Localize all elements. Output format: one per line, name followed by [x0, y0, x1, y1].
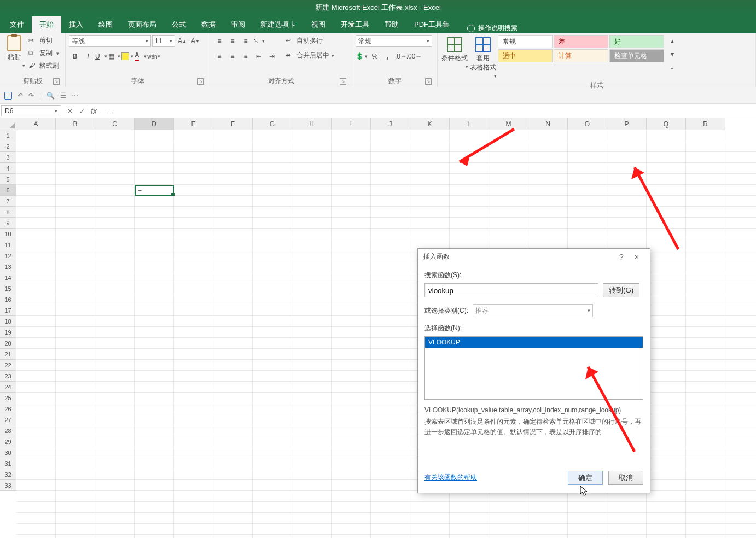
- row-header-17[interactable]: 17: [0, 305, 16, 316]
- row-header-9[interactable]: 9: [0, 218, 16, 229]
- col-header-F[interactable]: F: [213, 118, 253, 130]
- row-header-4[interactable]: 4: [0, 163, 16, 174]
- merge-center-button[interactable]: ⬌合并后居中▾: [283, 50, 336, 61]
- undo-button[interactable]: ↶: [18, 92, 23, 100]
- cancel-formula-icon[interactable]: ✕: [67, 107, 73, 115]
- row-header-2[interactable]: 2: [0, 141, 16, 152]
- tab-developer[interactable]: 开发工具: [333, 16, 377, 33]
- conditional-formatting-button[interactable]: 条件格式▾: [441, 35, 468, 69]
- row-header-19[interactable]: 19: [0, 327, 16, 338]
- increase-decimal-button[interactable]: .0→: [395, 50, 407, 62]
- row-header-16[interactable]: 16: [0, 294, 16, 305]
- tab-view[interactable]: 视图: [304, 16, 333, 33]
- row-header-11[interactable]: 11: [0, 239, 16, 250]
- col-header-B[interactable]: B: [56, 118, 95, 130]
- col-header-R[interactable]: R: [686, 118, 725, 130]
- cell-style-bad[interactable]: 差: [554, 35, 608, 48]
- row-header-13[interactable]: 13: [0, 261, 16, 272]
- align-right-button[interactable]: ≡: [240, 50, 252, 62]
- bold-button[interactable]: B: [69, 50, 81, 62]
- cancel-button[interactable]: 取消: [608, 471, 643, 485]
- touch-mode-icon[interactable]: ☰: [60, 92, 66, 100]
- styles-scroll-up[interactable]: ▴: [666, 35, 678, 47]
- grow-font-button[interactable]: A▲: [176, 35, 188, 47]
- tab-page-layout[interactable]: 页面布局: [120, 16, 164, 33]
- row-header-27[interactable]: 27: [0, 414, 16, 425]
- align-left-button[interactable]: ≡: [213, 50, 225, 62]
- tab-draw[interactable]: 绘图: [91, 16, 120, 33]
- dialog-title-bar[interactable]: 插入函数 ? ×: [418, 249, 650, 265]
- row-header-23[interactable]: 23: [0, 371, 16, 382]
- align-top-button[interactable]: ≡: [213, 35, 225, 47]
- col-header-D[interactable]: D: [135, 118, 174, 130]
- col-header-G[interactable]: G: [253, 118, 292, 130]
- cell-style-neutral[interactable]: 适中: [498, 49, 553, 62]
- tab-formulas[interactable]: 公式: [164, 16, 194, 33]
- row-header-28[interactable]: 28: [0, 425, 16, 436]
- font-size-combo[interactable]: 11▾: [152, 35, 175, 47]
- orientation-button[interactable]: ⭦▾: [253, 35, 265, 47]
- copy-button[interactable]: ⧉复制▾: [26, 48, 61, 59]
- list-item-vlookup[interactable]: VLOOKUP: [425, 337, 643, 348]
- row-header-7[interactable]: 7: [0, 196, 16, 207]
- row-header-10[interactable]: 10: [0, 229, 16, 239]
- col-header-O[interactable]: O: [568, 118, 607, 130]
- fill-color-button[interactable]: ▾: [121, 50, 133, 62]
- paste-button[interactable]: 粘贴 ▾: [3, 35, 25, 68]
- border-button[interactable]: ▦▾: [108, 50, 120, 62]
- ok-button[interactable]: 确定: [568, 471, 603, 485]
- tell-me-search[interactable]: 操作说明搜索: [467, 24, 517, 33]
- row-header-3[interactable]: 3: [0, 152, 16, 163]
- font-name-combo[interactable]: 等线▾: [69, 35, 151, 47]
- col-header-E[interactable]: E: [174, 118, 213, 130]
- col-header-C[interactable]: C: [95, 118, 135, 130]
- category-select[interactable]: 推荐▾: [473, 304, 593, 317]
- row-header-12[interactable]: 12: [0, 250, 16, 261]
- cut-button[interactable]: ✂剪切: [26, 35, 61, 46]
- col-header-A[interactable]: A: [16, 118, 56, 130]
- dialog-help-icon[interactable]: ?: [614, 253, 629, 261]
- row-header-8[interactable]: 8: [0, 207, 16, 218]
- percent-button[interactable]: %: [369, 50, 381, 62]
- styles-more[interactable]: ⌄: [666, 61, 678, 73]
- function-listbox[interactable]: VLOOKUP: [424, 336, 643, 400]
- number-format-combo[interactable]: 常规▾: [356, 35, 432, 47]
- row-header-18[interactable]: 18: [0, 316, 16, 327]
- col-header-J[interactable]: J: [371, 118, 410, 130]
- row-header-33[interactable]: 33: [0, 480, 16, 491]
- font-color-button[interactable]: A▾: [135, 50, 147, 62]
- dialog-launcher-icon[interactable]: ↘: [340, 78, 346, 85]
- row-header-26[interactable]: 26: [0, 404, 16, 414]
- decrease-decimal-button[interactable]: .00→: [408, 50, 420, 62]
- styles-scroll-down[interactable]: ▾: [666, 48, 678, 60]
- col-header-L[interactable]: L: [450, 118, 489, 130]
- tab-home[interactable]: 开始: [32, 16, 61, 33]
- row-header-14[interactable]: 14: [0, 272, 16, 283]
- row-header-20[interactable]: 20: [0, 338, 16, 349]
- row-header-31[interactable]: 31: [0, 458, 16, 469]
- col-header-N[interactable]: N: [528, 118, 568, 130]
- col-header-K[interactable]: K: [410, 118, 450, 130]
- cell-style-good[interactable]: 好: [609, 35, 664, 48]
- tab-help[interactable]: 帮助: [377, 16, 406, 33]
- col-header-M[interactable]: M: [489, 118, 528, 130]
- tab-new[interactable]: 新建选项卡: [253, 16, 304, 33]
- comma-button[interactable]: ,: [382, 50, 394, 62]
- dialog-launcher-icon[interactable]: ↘: [197, 78, 204, 85]
- dialog-launcher-icon[interactable]: ↘: [53, 78, 60, 85]
- col-header-Q[interactable]: Q: [647, 118, 686, 130]
- underline-button[interactable]: U▾: [95, 50, 107, 62]
- increase-indent-button[interactable]: ⇥: [266, 50, 278, 62]
- align-bottom-button[interactable]: ≡: [240, 35, 252, 47]
- row-header-1[interactable]: 1: [0, 130, 16, 141]
- enter-formula-icon[interactable]: ✓: [79, 107, 85, 115]
- decrease-indent-button[interactable]: ⇤: [253, 50, 265, 62]
- align-center-button[interactable]: ≡: [226, 50, 239, 62]
- cell-style-calc[interactable]: 计算: [554, 49, 608, 62]
- phonetic-button[interactable]: wén▾: [148, 50, 160, 62]
- shrink-font-button[interactable]: A▼: [189, 35, 201, 47]
- row-header-22[interactable]: 22: [0, 360, 16, 371]
- row-header-29[interactable]: 29: [0, 436, 16, 447]
- name-box[interactable]: D6 ▾: [1, 105, 61, 116]
- fx-icon[interactable]: fx: [91, 107, 97, 115]
